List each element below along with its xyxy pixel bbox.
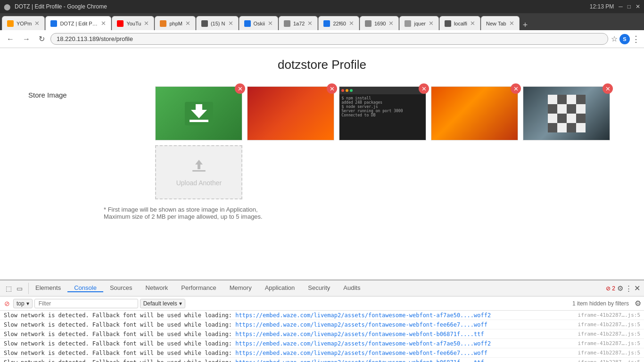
profile-icon[interactable]: S xyxy=(619,34,630,44)
console-line-0: Slow network is detected. Fallback font … xyxy=(0,311,644,320)
title-bar: ⬤ DOTZ | Edit Profile - Google Chrome 12… xyxy=(0,0,644,13)
devtools-tab-performance[interactable]: Performance xyxy=(174,284,223,292)
console-message: Slow network is detected. Fallback font … xyxy=(4,340,573,347)
console-line-5: Slow network is detected. Fallback font … xyxy=(0,358,644,362)
window-controls-text: 12:13 PM xyxy=(590,3,614,10)
tab-close[interactable]: ✕ xyxy=(388,20,394,27)
tab-close[interactable]: ✕ xyxy=(349,20,354,27)
devtools-toolbar: ⬚ ▭ Elements Console Sources Network Per… xyxy=(0,280,644,296)
browser-logo: ⬤ xyxy=(4,3,11,10)
tab-close[interactable]: ✕ xyxy=(470,20,475,27)
address-input[interactable] xyxy=(50,33,608,45)
tab-yt[interactable]: YouTu ✕ xyxy=(112,16,154,30)
new-tab-button[interactable]: + xyxy=(520,20,531,30)
tab-label: Oskii xyxy=(254,21,265,26)
tab-yop[interactable]: YOPm ✕ xyxy=(2,16,45,30)
tab-a1a[interactable]: 1a72 ✕ xyxy=(279,16,318,30)
console-line-2: Slow network is detected. Fallback font … xyxy=(0,329,644,339)
remove-image-1[interactable]: ✕ xyxy=(235,83,245,94)
console-link[interactable]: https://embed.waze.com/livemap2/assets/f… xyxy=(235,321,487,328)
console-output: Slow network is detected. Fallback font … xyxy=(0,311,644,362)
tab-newtab[interactable]: New Tab ✕ xyxy=(481,16,520,30)
devtools-settings-right-icon[interactable]: ⚙ xyxy=(635,299,641,308)
console-link[interactable]: https://embed.waze.com/livemap2/assets/f… xyxy=(235,312,491,319)
console-clear-button[interactable]: ⊘ xyxy=(3,298,11,309)
address-bar-icons: ☆ S ⋮ xyxy=(611,34,640,44)
tab-close[interactable]: ✕ xyxy=(429,20,434,27)
console-line-4: Slow network is detected. Fallback font … xyxy=(0,348,644,358)
devtools-settings-icon[interactable]: ⚙ xyxy=(617,284,623,293)
tab-favicon xyxy=(117,20,124,27)
address-bar: ← → ↻ ☆ S ⋮ xyxy=(0,30,644,48)
tab-label: localfi xyxy=(454,21,467,26)
tab-label: jquer xyxy=(414,21,425,26)
tab-jq[interactable]: jquer ✕ xyxy=(399,16,438,30)
console-link[interactable]: https://embed.waze.com/livemap2/assets/f… xyxy=(235,331,484,337)
devtools-tab-sources[interactable]: Sources xyxy=(103,284,139,292)
image-thumb-3: $ npm install added 248 packages $ node … xyxy=(339,86,426,140)
tab-close[interactable]: ✕ xyxy=(228,20,233,27)
tab-f22[interactable]: 22f60 ✕ xyxy=(318,16,359,30)
image-item-5: ✕ xyxy=(523,86,610,140)
upload-icon xyxy=(190,158,207,175)
console-message: Slow network is detected. Fallback font … xyxy=(4,312,573,319)
remove-image-5[interactable]: ✕ xyxy=(603,83,613,94)
console-link[interactable]: https://embed.waze.com/livemap2/assets/f… xyxy=(235,340,491,347)
devtools-device-icon[interactable]: ▭ xyxy=(15,283,25,294)
devtools-tab-application[interactable]: Application xyxy=(258,284,302,292)
tab-close[interactable]: ✕ xyxy=(307,20,313,27)
devtools-tab-security[interactable]: Security xyxy=(301,284,337,292)
console-link[interactable]: https://embed.waze.com/livemap2/assets/f… xyxy=(235,359,484,362)
image-note-2: Maximum size of 2 MB per image allowed, … xyxy=(104,213,616,220)
tab-favicon xyxy=(284,20,290,27)
console-line-3: Slow network is detected. Fallback font … xyxy=(0,339,644,348)
tab-n15[interactable]: (15) N ✕ xyxy=(196,16,239,30)
console-context-select[interactable]: top ▾ xyxy=(13,299,33,308)
remove-image-3[interactable]: ✕ xyxy=(419,83,429,94)
back-button[interactable]: ← xyxy=(4,34,17,44)
console-message: Slow network is detected. Fallback font … xyxy=(4,350,573,356)
tab-label: 22f60 xyxy=(333,21,346,26)
log-levels-select[interactable]: Default levels ▾ xyxy=(140,299,185,308)
close-window-icon[interactable]: ✕ xyxy=(636,3,640,10)
tab-favicon xyxy=(323,20,330,27)
upload-another-button[interactable]: Upload Another xyxy=(155,145,242,199)
tab-dotz[interactable]: DOTZ | Edit Profile ✕ xyxy=(45,16,111,30)
tab-php[interactable]: phpM ✕ xyxy=(155,16,196,30)
error-dot-icon: ⊘ xyxy=(606,285,611,292)
devtools-inspect-icon[interactable]: ⬚ xyxy=(4,283,14,294)
tab-close[interactable]: ✕ xyxy=(185,20,190,27)
devtools-tab-elements[interactable]: Elements xyxy=(29,284,67,292)
remove-image-2[interactable]: ✕ xyxy=(327,83,337,94)
tab-close[interactable]: ✕ xyxy=(509,20,514,27)
menu-icon[interactable]: ⋮ xyxy=(632,34,640,44)
store-image-section: Store Image ✕ ✕ xyxy=(28,86,616,199)
tab-osk[interactable]: Oskii ✕ xyxy=(239,16,278,30)
console-message: Slow network is detected. Fallback font … xyxy=(4,359,573,362)
tab-close[interactable]: ✕ xyxy=(101,20,106,27)
tab-favicon xyxy=(445,20,451,27)
devtools-tab-memory[interactable]: Memory xyxy=(223,284,258,292)
tab-s169[interactable]: 1690 ✕ xyxy=(360,16,399,30)
bookmark-icon[interactable]: ☆ xyxy=(611,34,618,43)
tab-loc[interactable]: localfi ✕ xyxy=(439,16,480,30)
devtools-tab-audits[interactable]: Audits xyxy=(337,284,367,292)
devtools-close-icon[interactable]: ✕ xyxy=(634,284,640,293)
console-filter-input[interactable] xyxy=(34,299,138,308)
maximize-icon[interactable]: □ xyxy=(627,3,631,10)
console-link[interactable]: https://embed.waze.com/livemap2/assets/f… xyxy=(235,350,487,356)
devtools-more-icon[interactable]: ⋮ xyxy=(625,284,632,293)
minimize-icon[interactable]: ─ xyxy=(619,3,623,10)
tab-close[interactable]: ✕ xyxy=(144,20,149,27)
reload-button[interactable]: ↻ xyxy=(36,33,48,44)
image-item-4: ✕ xyxy=(431,86,518,140)
tab-close[interactable]: ✕ xyxy=(268,20,273,27)
devtools-tab-network[interactable]: Network xyxy=(139,284,175,292)
forward-button[interactable]: → xyxy=(20,34,33,44)
remove-image-4[interactable]: ✕ xyxy=(511,83,521,94)
tabs-bar: YOPm ✕ DOTZ | Edit Profile ✕ YouTu ✕ php… xyxy=(0,13,644,30)
tab-favicon xyxy=(405,20,411,27)
svg-rect-2 xyxy=(190,120,208,122)
tab-close[interactable]: ✕ xyxy=(34,20,40,27)
devtools-tab-console[interactable]: Console xyxy=(67,284,103,292)
